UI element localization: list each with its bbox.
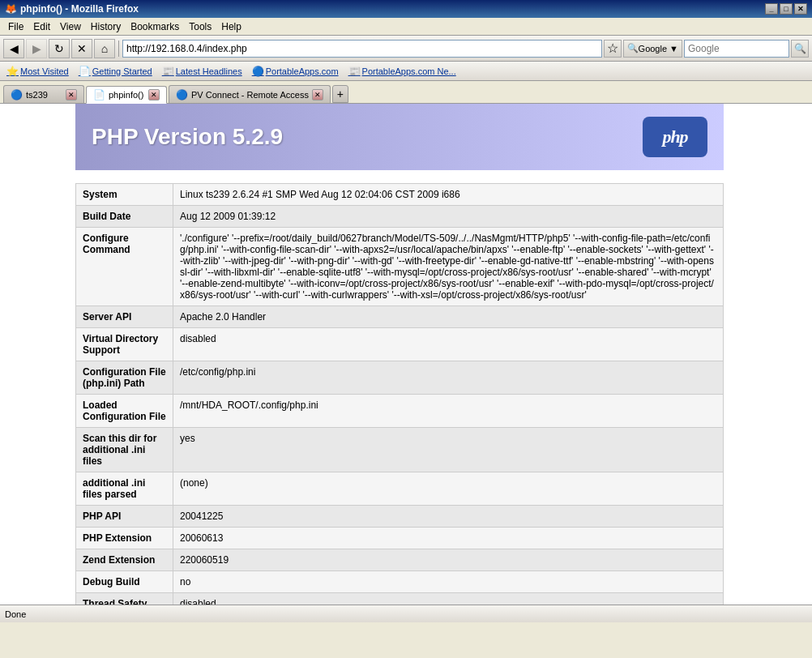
cell-value: yes (173, 428, 724, 472)
reload-button[interactable]: ↻ (49, 39, 70, 58)
cell-key: Thread Safety (76, 593, 173, 605)
tab-phpinfo[interactable]: 📄 phpinfo() ✕ (86, 86, 167, 104)
search-go-button[interactable]: 🔍 (791, 40, 809, 58)
maximize-button[interactable]: □ (780, 3, 793, 15)
status-text: Done (5, 609, 703, 619)
tab-pvconnect-close[interactable]: ✕ (312, 89, 323, 100)
cell-key: Debug Build (76, 571, 173, 593)
bookmarks-bar: ⭐ Most Visited 📄 Getting Started 📰 Lates… (0, 62, 812, 81)
firefox-icon: 🦊 (5, 3, 17, 15)
tabs-bar: 🔵 ts239 ✕ 📄 phpinfo() ✕ 🔵 PV Connect - R… (0, 81, 812, 104)
cell-value: disabled (173, 328, 724, 361)
tab-phpinfo-icon: 📄 (93, 89, 105, 100)
menu-file[interactable]: File (3, 19, 28, 34)
getting-started-icon: 📄 (79, 66, 91, 77)
cell-value: /mnt/HDA_ROOT/.config/php.ini (173, 395, 724, 428)
address-input[interactable] (122, 40, 602, 58)
toolbar-separator (118, 41, 119, 57)
table-row: Debug Buildno (76, 571, 724, 593)
cell-value: Aug 12 2009 01:39:12 (173, 206, 724, 228)
bookmark-getting-started-label: Getting Started (92, 66, 152, 76)
menu-tools[interactable]: Tools (184, 19, 216, 34)
cell-value: Apache 2.0 Handler (173, 306, 724, 328)
cell-key: Scan this dir for additional .ini files (76, 428, 173, 472)
portableapps-ne-icon: 📰 (348, 66, 361, 77)
home-icon: ⌂ (101, 42, 108, 55)
search-go-icon: 🔍 (794, 43, 806, 54)
portableapps-icon: 🔵 (252, 66, 264, 77)
latest-headlines-icon: 📰 (162, 66, 174, 77)
stop-button[interactable]: ✕ (71, 39, 92, 58)
cell-key: Loaded Configuration File (76, 395, 173, 428)
cell-value: Linux ts239 2.6.24 #1 SMP Wed Aug 12 02:… (173, 184, 724, 206)
phpinfo-content: PHP Version 5.2.9 php SystemLinux ts239 … (75, 104, 724, 605)
tab-pvconnect[interactable]: 🔵 PV Connect - Remote Access ✕ (169, 85, 331, 103)
bookmark-most-visited-label: Most Visited (20, 66, 69, 76)
search-engine-label: Google ▼ (639, 44, 678, 53)
cell-key: Zend Extension (76, 549, 173, 571)
table-row: PHP Extension20060613 (76, 528, 724, 549)
search-engine-button[interactable]: 🔍 Google ▼ (623, 40, 682, 58)
tab-phpinfo-close[interactable]: ✕ (148, 89, 160, 100)
cell-key: System (76, 184, 173, 206)
cell-value: 220060519 (173, 549, 724, 571)
menu-edit[interactable]: Edit (28, 19, 55, 34)
new-tab-button[interactable]: + (332, 85, 348, 103)
cell-key: PHP API (76, 506, 173, 528)
bookmark-portableapps-ne-label: PortableApps.com Ne... (362, 66, 456, 76)
cell-value: './configure' '--prefix=/root/daily_buil… (173, 228, 724, 306)
table-row: Virtual Directory Supportdisabled (76, 328, 724, 361)
table-row: Build DateAug 12 2009 01:39:12 (76, 206, 724, 228)
tab-ts239-close[interactable]: ✕ (66, 89, 77, 100)
menu-bookmarks[interactable]: Bookmarks (126, 19, 184, 34)
cell-key: PHP Extension (76, 528, 173, 549)
most-visited-icon: ⭐ (6, 66, 19, 77)
forward-icon: ▶ (32, 42, 41, 55)
tab-phpinfo-label: phpinfo() (109, 90, 145, 100)
cell-key: Configuration File (php.ini) Path (76, 361, 173, 395)
phpinfo-table: SystemLinux ts239 2.6.24 #1 SMP Wed Aug … (75, 183, 724, 605)
cell-key: Build Date (76, 206, 173, 228)
cell-value: (none) (173, 472, 724, 506)
php-logo: php (643, 117, 707, 157)
menu-help[interactable]: Help (216, 19, 246, 34)
reload-icon: ↻ (54, 42, 64, 55)
window-controls[interactable]: _ □ ✕ (765, 3, 807, 15)
bookmark-portableapps-ne[interactable]: 📰 PortableApps.com Ne... (345, 65, 459, 78)
cell-key: Server API (76, 306, 173, 328)
close-button[interactable]: ✕ (794, 3, 807, 15)
table-row: Thread Safetydisabled (76, 593, 724, 605)
tab-pvconnect-icon: 🔵 (176, 89, 188, 100)
menubar: File Edit View History Bookmarks Tools H… (0, 18, 812, 36)
go-button[interactable]: ☆ (604, 40, 622, 58)
bookmark-latest-headlines[interactable]: 📰 Latest Headlines (159, 65, 246, 78)
table-row: SystemLinux ts239 2.6.24 #1 SMP Wed Aug … (76, 184, 724, 206)
content-area[interactable]: PHP Version 5.2.9 php SystemLinux ts239 … (0, 104, 812, 605)
back-button[interactable]: ◀ (3, 39, 24, 58)
window-title: phpinfo() - Mozilla Firefox (20, 3, 139, 15)
cell-value: 20041225 (173, 506, 724, 528)
bookmark-most-visited[interactable]: ⭐ Most Visited (3, 65, 72, 78)
bookmark-getting-started[interactable]: 📄 Getting Started (75, 65, 156, 78)
php-logo-text: php (662, 126, 687, 147)
bookmark-portableapps[interactable]: 🔵 PortableApps.com (249, 65, 342, 78)
menu-history[interactable]: History (86, 19, 126, 34)
star-icon: ☆ (607, 41, 618, 56)
table-row: Configuration File (php.ini) Path/etc/co… (76, 361, 724, 395)
stop-icon: ✕ (77, 42, 87, 55)
home-button[interactable]: ⌂ (94, 39, 115, 58)
table-row: Server APIApache 2.0 Handler (76, 306, 724, 328)
cell-value: /etc/config/php.ini (173, 361, 724, 395)
forward-button[interactable]: ▶ (26, 39, 47, 58)
php-header: PHP Version 5.2.9 php (75, 104, 724, 170)
menu-view[interactable]: View (55, 19, 86, 34)
bookmark-latest-headlines-label: Latest Headlines (176, 66, 242, 76)
statusbar: Done (0, 605, 812, 622)
minimize-button[interactable]: _ (765, 3, 778, 15)
tab-ts239[interactable]: 🔵 ts239 ✕ (3, 85, 84, 103)
table-row: additional .ini files parsed(none) (76, 472, 724, 506)
search-input[interactable] (684, 40, 789, 58)
cell-key: additional .ini files parsed (76, 472, 173, 506)
cell-value: no (173, 571, 724, 593)
cell-value: disabled (173, 593, 724, 605)
